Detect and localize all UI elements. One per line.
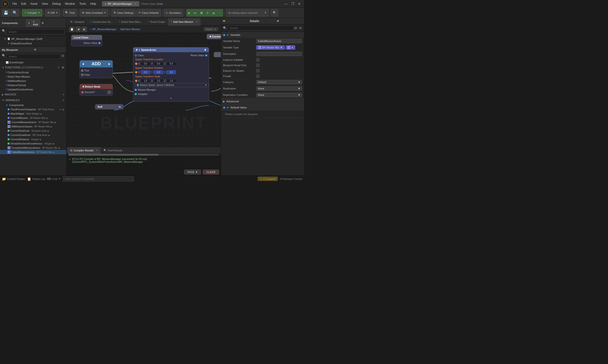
blueprint-read-only-checkbox[interactable] xyxy=(256,64,260,67)
add-macro-icon[interactable]: + xyxy=(62,92,64,96)
class-pin[interactable] xyxy=(135,54,137,56)
func-distance-to-goal[interactable]: f DistanceToGoal xyxy=(0,83,66,87)
tab-close-icon[interactable]: ✕ xyxy=(196,20,198,23)
exec-in-pin[interactable] xyxy=(209,35,211,38)
instance-editable-checkbox[interactable] xyxy=(256,58,260,62)
eject-button[interactable]: ⏏ xyxy=(211,9,216,16)
exec-in-pin[interactable] xyxy=(82,85,84,88)
tab-viewport[interactable]: 🖥 Viewport xyxy=(68,18,87,26)
mission-manager-pin[interactable] xyxy=(135,89,137,91)
bp-settings-icon[interactable]: ⚙ xyxy=(61,54,64,59)
override-function-icon[interactable]: ⊕ xyxy=(62,65,64,69)
bp-home-icon[interactable]: 📋 xyxy=(69,26,75,32)
parent-class-link[interactable]: Actor xyxy=(157,2,163,5)
tab-close-icon[interactable]: ✕ xyxy=(135,2,136,5)
content-drawer-button[interactable]: 📁 Content Drawer xyxy=(2,177,25,181)
var-expand-icon[interactable]: ▶ xyxy=(55,121,56,124)
variable-type-button[interactable]: BP Master Mis ▼ xyxy=(256,45,285,50)
tab-find-results[interactable]: 🔍 Find Results xyxy=(101,147,125,154)
description-input[interactable] xyxy=(256,52,302,56)
pause-button[interactable]: ⏸ xyxy=(204,9,211,16)
set-node[interactable]: SET xyxy=(214,52,221,57)
macros-section[interactable]: ▶ MACROS + xyxy=(0,91,66,97)
var-show-direction-arrow[interactable]: ShowDirectionArrowAmoun Integer ▶ xyxy=(0,142,66,146)
find-button[interactable]: 🔍 Find xyxy=(63,9,77,16)
compile-button[interactable]: ✓ Compile ▼ xyxy=(22,9,42,16)
location-y-input[interactable] xyxy=(154,62,163,65)
instigator-pin[interactable] xyxy=(135,93,137,95)
menu-asset[interactable]: Asset xyxy=(28,1,40,6)
minimize-button[interactable]: — xyxy=(283,1,289,7)
details-search-input[interactable] xyxy=(228,26,293,31)
var-current-distance[interactable]: CurrentDistance Integer ▶ xyxy=(0,137,66,142)
more-play-button[interactable]: ⋯ xyxy=(216,9,223,16)
scale-z-input[interactable] xyxy=(166,79,176,83)
var-current-mission-actors[interactable]: CurrentMissionActors BP Master Mis ▶ xyxy=(0,120,66,124)
menu-file[interactable]: File xyxy=(11,1,19,6)
save-button[interactable]: 💾 xyxy=(2,9,10,16)
rotation-y-input[interactable] xyxy=(154,70,163,74)
output-log-button[interactable]: 📋 Output Log xyxy=(27,177,45,181)
tab-close-icon[interactable]: ✕ xyxy=(96,149,98,152)
unsaved-badge[interactable]: ⚠ 2 Unsaved xyxy=(258,177,278,181)
collision-pin[interactable] xyxy=(137,84,139,86)
mybp-close-icon[interactable]: ✕ xyxy=(34,48,65,51)
var-current-goal-actor[interactable]: CurrentGoalActor BP Goal Actor ▶ xyxy=(0,133,66,137)
false-pin[interactable] xyxy=(81,74,83,76)
spawn-actor-node[interactable]: ✦ SpawnActor Class Return Value Spawn Tr… xyxy=(133,47,209,102)
nav-back-button[interactable]: ◀ xyxy=(76,26,81,32)
scale-y-input[interactable] xyxy=(154,79,163,83)
menu-window[interactable]: Window xyxy=(63,1,77,6)
play-button[interactable]: ▶ xyxy=(187,9,192,16)
add-function-icon[interactable]: + xyxy=(58,65,60,69)
tab-event-graph[interactable]: f Event Graph xyxy=(145,18,168,26)
add-component-button[interactable]: + + Add xyxy=(26,19,40,26)
class-settings-button[interactable]: ⚙ Class Settings xyxy=(111,9,135,16)
menu-edit[interactable]: Edit xyxy=(19,1,28,6)
mission-actors-node[interactable]: Current Mission Actors xyxy=(207,34,221,39)
var-expand-icon[interactable]: ▶ xyxy=(51,125,53,128)
var-expand-icon[interactable]: ▶ xyxy=(48,134,50,136)
functions-section[interactable]: ▼ FUNCTIONS (19 OVERRIDABLE) + ⊕ xyxy=(0,65,66,70)
var-expand-icon[interactable]: ▶ xyxy=(40,138,41,141)
default-value-section-header[interactable]: ◆ ▼ Default Value xyxy=(221,104,304,111)
var-expand-icon[interactable]: ▶ xyxy=(46,117,48,119)
skip-forward-button[interactable]: ⏭ xyxy=(192,9,198,16)
var-expand-icon[interactable]: ▶ xyxy=(48,130,49,132)
func-select-mission[interactable]: f Select New Mission xyxy=(0,75,66,79)
var-expand-icon[interactable]: ▶ xyxy=(40,113,42,115)
category-select[interactable]: Default ▼ xyxy=(256,80,302,84)
tree-item-bp-self[interactable]: ▼ 📋 BP_MissionManager (Self) xyxy=(0,37,66,41)
tab-select-mission[interactable]: f Select New Miss... xyxy=(116,18,145,26)
tab-construction[interactable]: f Construction Sc... xyxy=(87,18,116,26)
true-pin[interactable] xyxy=(81,69,83,72)
location-z-input[interactable] xyxy=(166,62,176,65)
debug-object-select[interactable]: No debug object selected ▼ xyxy=(226,9,269,16)
rotation-pin[interactable] xyxy=(135,71,137,73)
func-construction-script[interactable]: f ConstructionScript xyxy=(0,70,66,75)
event-graph-item[interactable]: 📊 EventGraph xyxy=(0,60,66,65)
revision-control-button[interactable]: ⑆ Revision Control xyxy=(281,178,302,180)
var-expand-icon[interactable]: ▶ xyxy=(53,142,55,145)
class-defaults-button[interactable]: ✏ Class Defaults xyxy=(136,9,161,16)
var-current-subgoal[interactable]: CurrentSubGoal Structure Goal ▶ xyxy=(0,129,66,133)
exec-out-pin[interactable] xyxy=(108,63,110,65)
console-command-input[interactable] xyxy=(63,176,134,182)
menu-view[interactable]: View xyxy=(40,1,50,6)
add-variable-icon[interactable]: + xyxy=(62,98,64,102)
exec-in-pin[interactable] xyxy=(82,63,84,65)
replication-select[interactable]: None ▼ xyxy=(256,86,302,91)
variable-name-input[interactable] xyxy=(256,39,302,43)
add-node[interactable]: ADD True False xyxy=(80,60,113,78)
func-update-direction[interactable]: f UpdateDirectionArrow xyxy=(0,87,66,91)
scrollbar-thumb[interactable] xyxy=(68,154,159,156)
var-failed-missions[interactable]: FailedMissionActors BP Master Mis ▶ xyxy=(0,150,66,154)
stop-button[interactable]: ⏹ xyxy=(198,9,204,16)
exec-in-pin[interactable] xyxy=(135,49,137,51)
blueprint-canvas[interactable]: Local Class Return Value ADD xyxy=(67,33,221,147)
success-checkbox[interactable]: □ xyxy=(107,91,111,94)
breadcrumb-bp-name[interactable]: BP_MissionManager xyxy=(92,28,117,31)
var-expand-icon[interactable]: ▶ xyxy=(53,151,55,154)
var-third-person[interactable]: ThirdPersonCharacter BP Third Perso 👁 ▶ xyxy=(0,107,66,112)
expand-node-button[interactable]: ▼ xyxy=(133,96,209,100)
